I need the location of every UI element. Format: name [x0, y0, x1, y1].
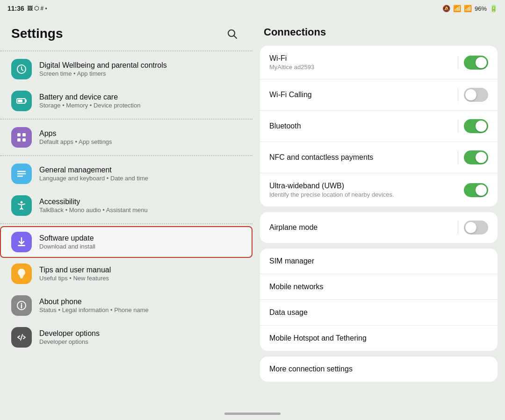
- nfc-toggle-knob: [476, 152, 487, 163]
- apps-subtitle: Default apps • App settings: [39, 138, 112, 145]
- bottom-handle: [224, 413, 281, 415]
- settings-item-general[interactable]: General management Language and keyboard…: [0, 158, 252, 190]
- svg-rect-8: [22, 138, 26, 142]
- mobile-networks-title: Mobile networks: [269, 283, 488, 291]
- svg-point-18: [21, 303, 22, 305]
- wifi-calling-toggle-knob: [465, 89, 476, 100]
- conn-item-mobile-networks[interactable]: Mobile networks: [260, 274, 498, 300]
- uwb-toggle[interactable]: [464, 183, 488, 197]
- settings-title: Settings: [11, 26, 63, 41]
- conn-item-nfc[interactable]: NFC and contactless payments: [260, 142, 498, 173]
- general-subtitle: Language and keyboard • Date and time: [39, 175, 148, 182]
- conn-item-data-usage[interactable]: Data usage: [260, 300, 498, 326]
- signal-icon: 📶: [464, 5, 472, 12]
- battery-care-icon: [11, 91, 32, 111]
- software-update-title: Software update: [39, 234, 95, 242]
- settings-item-battery[interactable]: Battery and device care Storage • Memory…: [0, 85, 252, 117]
- airplane-toggle[interactable]: [464, 221, 488, 235]
- wifi-divider: [458, 56, 458, 69]
- connections-card-1: Wi-Fi MyAltice ad2593 Wi-Fi Calling: [260, 46, 498, 206]
- accessibility-title: Accessibility: [39, 198, 148, 206]
- sim-title: SIM manager: [269, 257, 488, 265]
- nfc-title: NFC and contactless payments: [269, 153, 458, 162]
- svg-rect-13: [18, 245, 25, 246]
- airplane-toggle-knob: [465, 222, 476, 233]
- divider-3: [0, 155, 252, 156]
- wifi-toggle[interactable]: [464, 56, 488, 70]
- connections-card-3: SIM manager Mobile networks Data usage M…: [260, 249, 498, 351]
- developer-title: Developer options: [39, 329, 100, 338]
- connections-card-4: More connection settings: [260, 356, 498, 382]
- more-conn-title: More connection settings: [269, 365, 488, 373]
- status-icons-right: 🔕 📶 📶 96% 🔋: [442, 5, 498, 12]
- wifi-calling-title: Wi-Fi Calling: [269, 91, 458, 99]
- accessibility-icon: [11, 195, 32, 216]
- software-update-subtitle: Download and install: [39, 243, 95, 250]
- conn-item-wifi-calling[interactable]: Wi-Fi Calling: [260, 79, 498, 111]
- nfc-toggle[interactable]: [464, 150, 488, 164]
- hotspot-title: Mobile Hotspot and Tethering: [269, 334, 488, 342]
- conn-item-uwb[interactable]: Ultra-wideband (UWB) Identify the precis…: [260, 173, 498, 206]
- bluetooth-divider: [458, 120, 458, 133]
- digital-wellbeing-title: Digital Wellbeing and parental controls: [39, 61, 167, 70]
- nfc-divider: [458, 151, 458, 164]
- about-title: About phone: [39, 298, 149, 306]
- about-icon: [11, 295, 32, 316]
- svg-point-12: [21, 201, 23, 204]
- developer-subtitle: Developer options: [39, 338, 100, 345]
- bottom-bar: [0, 407, 505, 420]
- about-subtitle: Status • Legal information • Phone name: [39, 306, 149, 313]
- settings-item-about[interactable]: About phone Status • Legal information •…: [0, 290, 252, 321]
- bluetooth-toggle[interactable]: [464, 119, 488, 133]
- settings-item-developer[interactable]: Developer options Developer options: [0, 321, 252, 353]
- divider-2: [0, 119, 252, 120]
- svg-rect-14: [20, 277, 23, 278]
- conn-item-bluetooth[interactable]: Bluetooth: [260, 111, 498, 142]
- bluetooth-toggle-knob: [476, 121, 487, 132]
- notification-icons: 🖼 ⬡ # •: [27, 5, 47, 12]
- wifi-icon: 📶: [453, 5, 461, 12]
- battery-title: Battery and device care: [39, 93, 140, 101]
- tips-subtitle: Useful tips • New features: [39, 275, 111, 282]
- developer-icon: [11, 327, 32, 348]
- general-icon: [11, 164, 32, 184]
- wifi-subtitle: MyAltice ad2593: [269, 64, 458, 71]
- svg-rect-7: [17, 138, 21, 142]
- status-left: 11:36 🖼 ⬡ # •: [7, 5, 47, 12]
- wifi-title: Wi-Fi: [269, 54, 458, 63]
- settings-item-software-update[interactable]: Software update Download and install: [0, 226, 252, 258]
- settings-item-accessibility[interactable]: Accessibility TalkBack • Mono audio • As…: [0, 190, 252, 221]
- svg-rect-4: [18, 100, 22, 102]
- uwb-toggle-knob: [476, 185, 487, 196]
- battery-text: 96%: [475, 5, 487, 12]
- conn-item-airplane[interactable]: Airplane mode: [260, 212, 498, 243]
- apps-icon: [11, 127, 32, 148]
- digital-wellbeing-icon: [11, 59, 32, 79]
- tips-title: Tips and user manual: [39, 266, 111, 274]
- battery-icon: 🔋: [490, 5, 498, 12]
- conn-item-wifi[interactable]: Wi-Fi MyAltice ad2593: [260, 46, 498, 79]
- main-content: Settings Digital Wellbeing and parental …: [0, 17, 505, 407]
- settings-item-tips[interactable]: Tips and user manual Useful tips • New f…: [0, 258, 252, 290]
- apps-title: Apps: [39, 129, 112, 138]
- time: 11:36: [7, 5, 24, 12]
- conn-item-hotspot[interactable]: Mobile Hotspot and Tethering: [260, 326, 498, 351]
- tips-icon: [11, 263, 32, 284]
- status-bar: 11:36 🖼 ⬡ # • 🔕 📶 📶 96% 🔋: [0, 0, 505, 17]
- airplane-divider: [458, 221, 458, 234]
- bluetooth-title: Bluetooth: [269, 122, 458, 130]
- settings-item-digital-wellbeing[interactable]: Digital Wellbeing and parental controls …: [0, 53, 252, 85]
- divider-4: [0, 223, 252, 224]
- wifi-calling-toggle[interactable]: [464, 88, 488, 102]
- settings-item-apps[interactable]: Apps Default apps • App settings: [0, 121, 252, 153]
- connections-card-2: Airplane mode: [260, 212, 498, 243]
- settings-panel: Settings Digital Wellbeing and parental …: [0, 17, 252, 407]
- uwb-subtitle: Identify the precise location of nearby …: [269, 191, 464, 198]
- battery-subtitle: Storage • Memory • Device protection: [39, 102, 140, 109]
- general-title: General management: [39, 166, 148, 174]
- conn-item-sim[interactable]: SIM manager: [260, 249, 498, 274]
- svg-rect-6: [22, 133, 26, 136]
- conn-item-more[interactable]: More connection settings: [260, 356, 498, 382]
- search-button[interactable]: [223, 24, 241, 43]
- uwb-title: Ultra-wideband (UWB): [269, 182, 464, 190]
